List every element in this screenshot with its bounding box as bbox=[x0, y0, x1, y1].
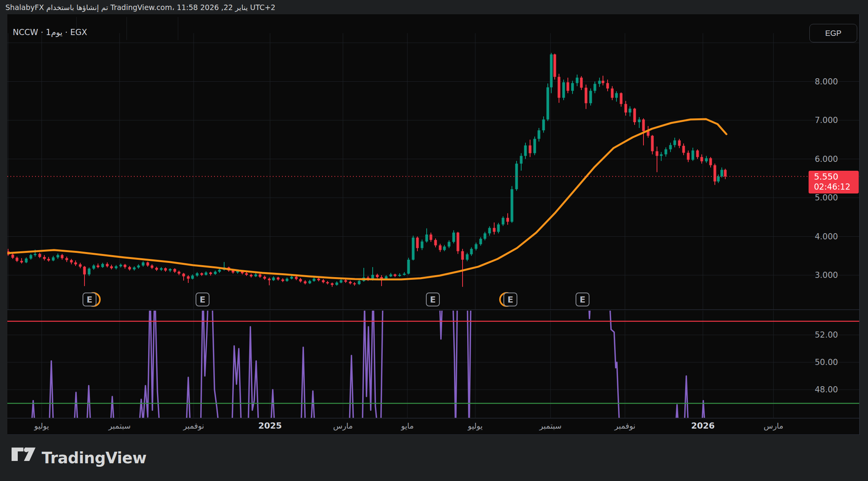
last-price-value: 5.550 bbox=[814, 172, 859, 182]
chart-canvas[interactable]: EEEEE 8.0007.0006.0005.0004.0003.00052.0… bbox=[0, 0, 868, 481]
candle-body bbox=[421, 242, 424, 248]
price-axis-label: 7.000 bbox=[815, 116, 838, 125]
candle-body bbox=[349, 282, 352, 283]
candle-body bbox=[511, 189, 513, 222]
candle-body bbox=[550, 54, 553, 87]
time-axis-label[interactable]: مايو bbox=[401, 421, 414, 431]
candle-body bbox=[714, 165, 716, 182]
candle-body bbox=[709, 158, 712, 165]
candle-body bbox=[674, 140, 676, 145]
oscillator-axis-label: 52.00 bbox=[815, 330, 838, 340]
tradingview-logo[interactable]: TradingView bbox=[12, 447, 147, 469]
candle-body bbox=[524, 145, 527, 156]
candle-body bbox=[250, 275, 253, 276]
time-axis-label[interactable]: سبتمبر bbox=[108, 421, 130, 431]
candle-body bbox=[259, 274, 262, 277]
candle-body bbox=[93, 266, 95, 269]
candle-body bbox=[567, 82, 569, 91]
candle-body bbox=[151, 266, 154, 268]
tradingview-snapshot: ShalabyFX تم إنشاؤها باستخدام TradingVie… bbox=[0, 0, 868, 481]
candle-body bbox=[290, 277, 293, 279]
candle-body bbox=[142, 262, 145, 266]
candle-body bbox=[542, 119, 545, 130]
earnings-badge-label: E bbox=[507, 295, 513, 304]
candle-body bbox=[57, 255, 59, 257]
candle-body bbox=[358, 281, 361, 284]
price-axis-label: 3.000 bbox=[815, 271, 838, 280]
candle-body bbox=[394, 274, 397, 276]
time-axis-label[interactable]: مارس bbox=[333, 421, 353, 431]
last-price-badge: 5.550 02:46:12 bbox=[809, 171, 859, 193]
tradingview-logo-icon bbox=[12, 447, 35, 469]
candle-body bbox=[399, 275, 401, 276]
time-axis-label[interactable]: يوليو bbox=[34, 421, 49, 431]
candle-body bbox=[598, 81, 601, 84]
candle-body bbox=[70, 260, 73, 262]
time-axis-label[interactable]: 2026 bbox=[691, 421, 714, 431]
candle-body bbox=[39, 254, 41, 257]
candle-body bbox=[174, 269, 176, 272]
candle-body bbox=[493, 228, 496, 232]
candle-body bbox=[497, 224, 500, 232]
candle-body bbox=[484, 233, 486, 239]
symbol-title[interactable]: NCCW · يوم1 · EGX bbox=[13, 28, 87, 37]
currency-button[interactable]: EGP bbox=[809, 24, 857, 42]
candle-body bbox=[326, 282, 329, 283]
candle-body bbox=[466, 254, 469, 260]
time-axis-label[interactable]: سبتمبر bbox=[539, 421, 561, 431]
time-axis-label[interactable]: 2025 bbox=[258, 421, 282, 431]
candle-body bbox=[385, 276, 388, 279]
candle-body bbox=[656, 151, 659, 156]
candle-body bbox=[336, 283, 338, 285]
candle-body bbox=[205, 272, 208, 275]
earnings-markers[interactable]: EEEEE bbox=[83, 293, 589, 306]
candle-body bbox=[110, 266, 113, 268]
candle-body bbox=[701, 157, 703, 161]
candle-body bbox=[286, 279, 289, 281]
candle-body bbox=[47, 259, 50, 261]
candle-body bbox=[717, 177, 720, 182]
candle-body bbox=[282, 279, 284, 281]
candle-body bbox=[380, 277, 383, 279]
candle-body bbox=[182, 274, 185, 276]
candle-body bbox=[309, 281, 311, 283]
candle-body bbox=[589, 91, 592, 103]
candle-body bbox=[606, 83, 609, 89]
candle-body bbox=[34, 254, 37, 255]
candle-body bbox=[115, 266, 118, 268]
time-axis-label[interactable]: نوفمبر bbox=[183, 421, 204, 431]
candle-body bbox=[562, 82, 565, 98]
candle-body bbox=[439, 246, 442, 250]
candle-body bbox=[255, 274, 257, 276]
candle-body bbox=[160, 268, 163, 270]
candle-body bbox=[169, 269, 172, 271]
time-axis-label[interactable]: مارس bbox=[764, 421, 784, 431]
candle-body bbox=[520, 156, 523, 163]
time-axis-label[interactable]: يوليو bbox=[468, 421, 483, 431]
candle-body bbox=[642, 119, 645, 131]
candle-body bbox=[696, 150, 699, 157]
candle-body bbox=[299, 279, 302, 281]
candle-body bbox=[268, 279, 271, 280]
candle-body bbox=[120, 265, 122, 266]
candle-body bbox=[209, 272, 212, 274]
candle-body bbox=[554, 54, 556, 77]
price-axis-label: 5.000 bbox=[815, 193, 838, 202]
candle-body bbox=[313, 279, 316, 281]
candle-body bbox=[594, 84, 596, 91]
candle-body bbox=[633, 109, 636, 122]
gridlines bbox=[7, 33, 860, 418]
time-axis-label[interactable]: نوفمبر bbox=[614, 421, 635, 431]
candle-body bbox=[353, 283, 356, 284]
candle-body bbox=[340, 280, 343, 283]
candle-body bbox=[277, 278, 280, 279]
candle-body bbox=[692, 150, 694, 160]
earnings-badge-label: E bbox=[579, 295, 585, 304]
candle-body bbox=[317, 279, 320, 280]
price-axis-label: 6.000 bbox=[815, 155, 838, 164]
candle-body bbox=[101, 264, 104, 267]
candle-body bbox=[331, 283, 334, 285]
candle-body bbox=[461, 251, 464, 260]
header-separator bbox=[127, 17, 127, 40]
candle-body bbox=[488, 228, 491, 233]
